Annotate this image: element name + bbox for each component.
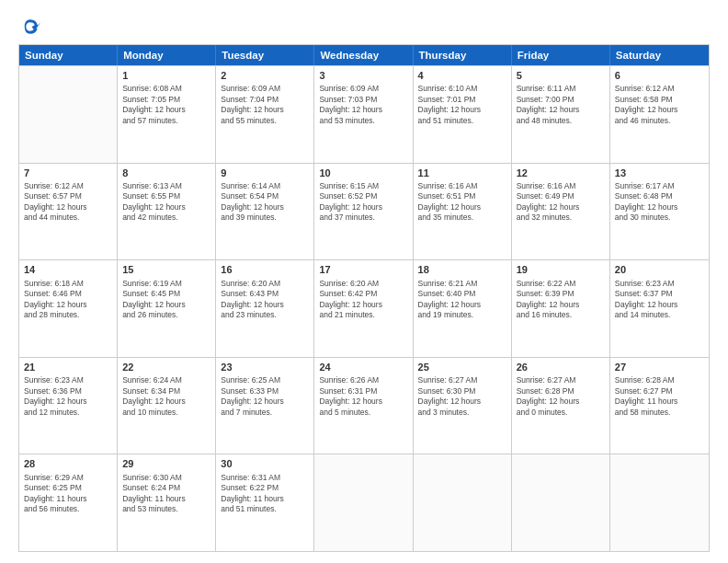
calendar-cell: 28Sunrise: 6:29 AMSunset: 6:25 PMDayligh… bbox=[19, 454, 118, 551]
day-header-sunday: Sunday bbox=[19, 45, 118, 65]
cell-info-line: Sunset: 6:52 PM bbox=[319, 191, 407, 201]
cell-info-line: and 58 minutes. bbox=[615, 408, 704, 418]
cell-info-line: Sunrise: 6:20 AM bbox=[319, 279, 407, 289]
cell-info-line: Sunrise: 6:12 AM bbox=[24, 181, 112, 191]
calendar-cell: 25Sunrise: 6:27 AMSunset: 6:30 PMDayligh… bbox=[414, 358, 512, 454]
cell-info-line: Sunrise: 6:16 AM bbox=[517, 181, 605, 191]
calendar-cell bbox=[314, 454, 413, 551]
day-number: 14 bbox=[24, 263, 112, 277]
day-number: 26 bbox=[517, 361, 605, 374]
calendar-row-0: 1Sunrise: 6:08 AMSunset: 7:05 PMDaylight… bbox=[19, 65, 709, 163]
cell-info-line: Sunset: 6:58 PM bbox=[615, 95, 704, 105]
cell-info-line: Sunrise: 6:10 AM bbox=[418, 84, 506, 94]
calendar-cell bbox=[512, 454, 610, 551]
cell-info-line: Sunrise: 6:25 AM bbox=[221, 375, 309, 385]
day-header-monday: Monday bbox=[118, 45, 216, 65]
calendar-cell: 19Sunrise: 6:22 AMSunset: 6:39 PMDayligh… bbox=[512, 260, 610, 357]
cell-info-line: Sunset: 6:39 PM bbox=[517, 289, 605, 299]
cell-info-line: Sunrise: 6:09 AM bbox=[319, 84, 407, 94]
day-number: 2 bbox=[221, 69, 309, 83]
cell-info-line: and 14 minutes. bbox=[615, 310, 704, 320]
cell-info-line: Sunrise: 6:17 AM bbox=[615, 181, 704, 191]
cell-info-line: Daylight: 12 hours bbox=[221, 396, 309, 407]
cell-info-line: Sunrise: 6:23 AM bbox=[24, 375, 112, 385]
calendar-cell: 22Sunrise: 6:24 AMSunset: 6:34 PMDayligh… bbox=[118, 358, 216, 454]
cell-info-line: Daylight: 12 hours bbox=[122, 202, 210, 213]
cell-info-line: and 12 minutes. bbox=[24, 408, 112, 418]
cell-info-line: Sunrise: 6:27 AM bbox=[517, 375, 605, 385]
cell-info-line: and 51 minutes. bbox=[221, 504, 309, 514]
cell-info-line: Daylight: 12 hours bbox=[122, 300, 210, 310]
cell-info-line: Daylight: 11 hours bbox=[221, 494, 309, 504]
cell-info-line: Sunrise: 6:20 AM bbox=[221, 279, 309, 289]
cell-info-line: Sunset: 6:54 PM bbox=[221, 191, 309, 201]
cell-info-line: and 57 minutes. bbox=[122, 116, 210, 126]
logo-icon bbox=[20, 17, 40, 37]
cell-info-line: Daylight: 12 hours bbox=[517, 105, 605, 115]
cell-info-line: Daylight: 12 hours bbox=[122, 396, 210, 407]
calendar-cell: 2Sunrise: 6:09 AMSunset: 7:04 PMDaylight… bbox=[216, 66, 314, 163]
cell-info-line: Daylight: 12 hours bbox=[319, 202, 407, 213]
calendar-cell bbox=[19, 66, 118, 163]
cell-info-line: Sunset: 6:33 PM bbox=[221, 386, 309, 396]
calendar-body: 1Sunrise: 6:08 AMSunset: 7:05 PMDaylight… bbox=[19, 65, 709, 551]
cell-info-line: Daylight: 12 hours bbox=[221, 105, 309, 115]
cell-info-line: Daylight: 12 hours bbox=[418, 396, 506, 407]
cell-info-line: Sunrise: 6:31 AM bbox=[221, 473, 309, 483]
day-number: 7 bbox=[24, 167, 112, 180]
day-number: 18 bbox=[418, 263, 506, 277]
calendar-cell: 17Sunrise: 6:20 AMSunset: 6:42 PMDayligh… bbox=[314, 260, 413, 357]
day-number: 10 bbox=[319, 167, 407, 180]
day-number: 5 bbox=[517, 69, 605, 83]
calendar-cell: 10Sunrise: 6:15 AMSunset: 6:52 PMDayligh… bbox=[314, 164, 413, 260]
day-number: 11 bbox=[418, 167, 506, 180]
cell-info-line: Sunrise: 6:27 AM bbox=[418, 375, 506, 385]
cell-info-line: Daylight: 12 hours bbox=[615, 300, 704, 310]
cell-info-line: Sunrise: 6:16 AM bbox=[418, 181, 506, 191]
cell-info-line: Sunrise: 6:28 AM bbox=[615, 375, 704, 385]
calendar-row-1: 7Sunrise: 6:12 AMSunset: 6:57 PMDaylight… bbox=[19, 163, 709, 260]
cell-info-line: Daylight: 12 hours bbox=[319, 105, 407, 115]
cell-info-line: Daylight: 12 hours bbox=[418, 202, 506, 213]
calendar-row-4: 28Sunrise: 6:29 AMSunset: 6:25 PMDayligh… bbox=[19, 454, 709, 551]
day-number: 12 bbox=[517, 167, 605, 180]
day-number: 29 bbox=[122, 457, 210, 471]
cell-info-line: Sunrise: 6:15 AM bbox=[319, 181, 407, 191]
calendar-cell: 4Sunrise: 6:10 AMSunset: 7:01 PMDaylight… bbox=[414, 66, 512, 163]
cell-info-line: Sunset: 6:24 PM bbox=[122, 483, 210, 493]
cell-info-line: and 0 minutes. bbox=[517, 408, 605, 418]
day-header-friday: Friday bbox=[512, 45, 610, 65]
cell-info-line: Sunset: 6:51 PM bbox=[418, 191, 506, 201]
cell-info-line: and 26 minutes. bbox=[122, 310, 210, 320]
cell-info-line: Sunset: 6:45 PM bbox=[122, 289, 210, 299]
day-number: 1 bbox=[122, 69, 210, 83]
cell-info-line: Sunset: 6:43 PM bbox=[221, 289, 309, 299]
cell-info-line: Sunrise: 6:29 AM bbox=[24, 473, 112, 483]
cell-info-line: Daylight: 12 hours bbox=[517, 300, 605, 310]
day-number: 4 bbox=[418, 69, 506, 83]
calendar-cell: 3Sunrise: 6:09 AMSunset: 7:03 PMDaylight… bbox=[314, 66, 413, 163]
cell-info-line: Sunset: 7:05 PM bbox=[122, 95, 210, 105]
cell-info-line: and 28 minutes. bbox=[24, 310, 112, 320]
cell-info-line: Daylight: 12 hours bbox=[615, 202, 704, 213]
cell-info-line: Sunset: 6:55 PM bbox=[122, 191, 210, 201]
cell-info-line: Sunset: 6:27 PM bbox=[615, 386, 704, 396]
cell-info-line: Sunrise: 6:08 AM bbox=[122, 84, 210, 94]
calendar-cell: 18Sunrise: 6:21 AMSunset: 6:40 PMDayligh… bbox=[414, 260, 512, 357]
cell-info-line: and 53 minutes. bbox=[122, 504, 210, 514]
cell-info-line: Sunrise: 6:24 AM bbox=[122, 375, 210, 385]
day-number: 16 bbox=[221, 263, 309, 277]
day-header-tuesday: Tuesday bbox=[216, 45, 314, 65]
cell-info-line: and 23 minutes. bbox=[221, 310, 309, 320]
cell-info-line: Sunset: 6:30 PM bbox=[418, 386, 506, 396]
cell-info-line: Daylight: 12 hours bbox=[122, 105, 210, 115]
cell-info-line: Sunrise: 6:11 AM bbox=[517, 84, 605, 94]
cell-info-line: Daylight: 12 hours bbox=[24, 300, 112, 310]
day-header-thursday: Thursday bbox=[414, 45, 512, 65]
calendar-cell: 9Sunrise: 6:14 AMSunset: 6:54 PMDaylight… bbox=[216, 164, 314, 260]
cell-info-line: Sunrise: 6:12 AM bbox=[615, 84, 704, 94]
cell-info-line: Daylight: 11 hours bbox=[122, 494, 210, 504]
cell-info-line: Sunset: 6:40 PM bbox=[418, 289, 506, 299]
cell-info-line: and 30 minutes. bbox=[615, 213, 704, 223]
cell-info-line: and 48 minutes. bbox=[517, 116, 605, 126]
